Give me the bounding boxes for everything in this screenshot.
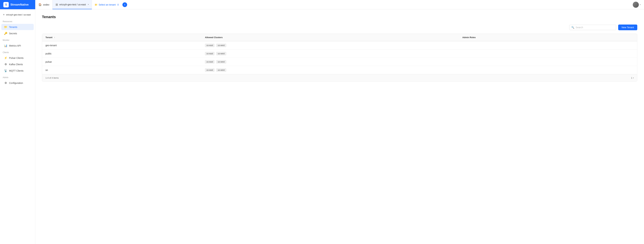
allowed-clusters: us-east us-west bbox=[202, 41, 459, 50]
sidebar-item-secrets[interactable]: 🔑 Secrets bbox=[1, 30, 34, 37]
home-icon: 🏠 bbox=[38, 3, 42, 6]
sidebar-item-kafka-clients-label: Kafka Clients bbox=[9, 63, 23, 66]
section-clients-label: Clients bbox=[0, 49, 35, 55]
folder-icon: 📁 bbox=[94, 3, 98, 6]
sidebar-item-metrics-api-label: Metrics API bbox=[9, 44, 21, 47]
sort-icon: ↑ bbox=[54, 36, 55, 39]
section-monitor-label: Monitor bbox=[0, 37, 35, 42]
tab-home-label: sndev bbox=[43, 3, 49, 6]
pagination: 1-4 of 4 items 1 ▾ bbox=[42, 74, 637, 81]
pagination-page-selector[interactable]: 1 ▾ bbox=[631, 77, 634, 79]
layout: ✦ ericsyh-geo-test / us-east Resources 📁… bbox=[0, 10, 644, 244]
cluster-dots-icon: ✦ bbox=[3, 13, 5, 16]
sidebar-item-configuration-label: Configuration bbox=[9, 82, 23, 84]
search-input[interactable] bbox=[576, 26, 614, 29]
allowed-clusters: us-east us-west bbox=[202, 66, 459, 74]
table-row: sn us-east us-west bbox=[42, 66, 637, 74]
pulsar-icon: ⚡ bbox=[4, 56, 8, 59]
table-body: geo-tenant us-east us-west public us-eas… bbox=[42, 41, 637, 74]
new-tenant-button[interactable]: New Tenant bbox=[618, 25, 637, 30]
cluster-tag: us-east bbox=[205, 52, 214, 55]
topbar-tabs: 🏠 sndev ▦ ericsyh-geo-test / us-east ▾ 📁… bbox=[35, 0, 633, 9]
sidebar-item-pulsar-clients-label: Pulsar Clients bbox=[9, 57, 24, 59]
allowed-clusters: us-east us-west bbox=[202, 58, 459, 66]
tenant-name: pulsar bbox=[42, 58, 202, 66]
sidebar-cluster-label: ericsyh-geo-test / us-east bbox=[6, 14, 31, 16]
cluster-tag: us-west bbox=[216, 44, 226, 47]
table-row: pulsar us-east us-west bbox=[42, 58, 637, 66]
allowed-clusters: us-east us-west bbox=[202, 50, 459, 58]
col-tenant-label: Tenant bbox=[46, 36, 52, 39]
sidebar-item-pulsar-clients[interactable]: ⚡ Pulsar Clients bbox=[1, 55, 34, 61]
topbar: S StreamNative 🏠 sndev ▦ ericsyh-geo-tes… bbox=[0, 0, 644, 10]
cluster-icon: ▦ bbox=[56, 3, 58, 6]
avatar[interactable] bbox=[633, 2, 639, 8]
sidebar-item-tenants-label: Tenants bbox=[9, 26, 17, 28]
sidebar-item-mqtt-clients[interactable]: 📡 MQTT Clients bbox=[1, 68, 34, 74]
tab-cluster-label: ericsyh-geo-test / us-east bbox=[59, 3, 86, 6]
main-content: Tenants 🔍 New Tenant Tenant ↑ bbox=[35, 10, 644, 244]
tenant-name: public bbox=[42, 50, 202, 58]
kafka-icon: ⚙ bbox=[4, 63, 8, 66]
sidebar-item-configuration[interactable]: ⚙ Configuration bbox=[1, 80, 34, 86]
tenant-selector-label: Select an tenant bbox=[99, 3, 116, 6]
cluster-tag: us-east bbox=[205, 68, 214, 72]
table-header: Tenant ↑ Allowed Clusters Admin Roles bbox=[42, 34, 637, 41]
key-icon: 🔑 bbox=[4, 32, 8, 35]
section-resources-label: Resources bbox=[0, 18, 35, 24]
topbar-right: ▾ bbox=[633, 2, 644, 8]
section-admin-label: Admin bbox=[0, 74, 35, 80]
tenant-selector[interactable]: 📁 Select an tenant ⇕ bbox=[92, 3, 122, 6]
pagination-chevron-icon: ▾ bbox=[633, 77, 634, 79]
chevron-down-icon: ▾ bbox=[88, 4, 89, 5]
pagination-summary: 1-4 of 4 items bbox=[46, 77, 59, 79]
cluster-tag: us-east bbox=[205, 44, 214, 47]
admin-roles bbox=[459, 41, 637, 50]
admin-roles bbox=[459, 66, 637, 74]
sidebar-item-tenants[interactable]: 📁 Tenants bbox=[1, 24, 34, 30]
avatar-chevron-icon[interactable]: ▾ bbox=[640, 4, 641, 6]
page-title: Tenants bbox=[42, 15, 637, 19]
tenant-chevron-icon: ⇕ bbox=[117, 3, 119, 6]
sidebar-item-kafka-clients[interactable]: ⚙ Kafka Clients bbox=[1, 61, 34, 67]
cluster-tag: us-west bbox=[216, 60, 226, 64]
sidebar-item-metrics-api[interactable]: 📊 Metrics API bbox=[1, 43, 34, 49]
tab-home[interactable]: 🏠 sndev bbox=[35, 0, 52, 9]
admin-roles bbox=[459, 50, 637, 58]
search-icon: 🔍 bbox=[572, 26, 574, 29]
sidebar-item-mqtt-clients-label: MQTT Clients bbox=[9, 69, 24, 72]
table-row: public us-east us-west bbox=[42, 50, 637, 58]
col-allowed-clusters: Allowed Clusters bbox=[202, 34, 459, 41]
cluster-tag: us-west bbox=[216, 52, 226, 55]
mqtt-icon: 📡 bbox=[4, 69, 8, 72]
col-admin-roles-label: Admin Roles bbox=[462, 36, 476, 39]
sidebar-item-secrets-label: Secrets bbox=[9, 32, 17, 35]
avatar-image bbox=[633, 2, 639, 8]
table-row: geo-tenant us-east us-west bbox=[42, 41, 637, 50]
metrics-icon: 📊 bbox=[4, 44, 8, 47]
logo-text: StreamNative bbox=[10, 3, 29, 6]
config-icon: ⚙ bbox=[4, 81, 8, 84]
cluster-tag: us-west bbox=[216, 68, 226, 72]
folder-icon: 📁 bbox=[4, 25, 8, 29]
admin-roles bbox=[459, 58, 637, 66]
cluster-tag: us-east bbox=[205, 60, 214, 64]
logo: S StreamNative bbox=[0, 0, 35, 9]
col-admin-roles: Admin Roles bbox=[459, 34, 637, 41]
logo-icon: S bbox=[3, 2, 9, 8]
tenant-name: sn bbox=[42, 66, 202, 74]
tenants-table-container: Tenant ↑ Allowed Clusters Admin Roles ge… bbox=[42, 34, 637, 82]
sidebar: ✦ ericsyh-geo-test / us-east Resources 📁… bbox=[0, 10, 35, 244]
search-box: 🔍 bbox=[569, 25, 616, 30]
info-button[interactable]: i bbox=[122, 2, 127, 7]
sidebar-cluster: ✦ ericsyh-geo-test / us-east bbox=[0, 12, 35, 18]
tenant-name: geo-tenant bbox=[42, 41, 202, 50]
pagination-page-number: 1 bbox=[631, 77, 632, 79]
col-allowed-clusters-label: Allowed Clusters bbox=[205, 36, 222, 39]
col-tenant[interactable]: Tenant ↑ bbox=[42, 34, 202, 41]
toolbar: 🔍 New Tenant bbox=[42, 25, 637, 30]
tab-cluster[interactable]: ▦ ericsyh-geo-test / us-east ▾ bbox=[52, 0, 92, 9]
tenants-table: Tenant ↑ Allowed Clusters Admin Roles ge… bbox=[42, 34, 637, 74]
